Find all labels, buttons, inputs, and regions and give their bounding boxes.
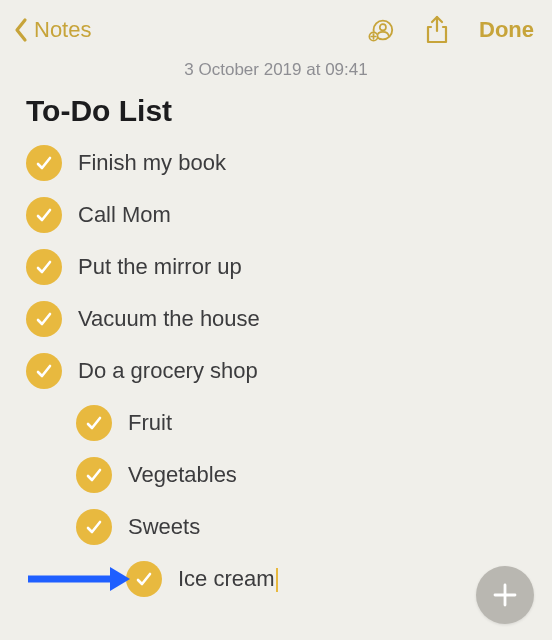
navbar: Notes Done [0, 0, 552, 52]
checkbox[interactable] [76, 405, 112, 441]
svg-point-1 [380, 24, 386, 30]
checkmark-icon [84, 517, 104, 537]
checklist-item[interactable]: Vegetables [76, 454, 526, 496]
checkmark-icon [84, 465, 104, 485]
item-text[interactable]: Put the mirror up [78, 253, 242, 282]
checkmark-icon [84, 413, 104, 433]
checkbox[interactable] [26, 301, 62, 337]
item-text[interactable]: Vacuum the house [78, 305, 260, 334]
text-cursor [276, 568, 278, 592]
checkmark-icon [34, 257, 54, 277]
item-text[interactable]: Finish my book [78, 149, 226, 178]
checkmark-icon [34, 205, 54, 225]
chevron-left-icon [12, 17, 30, 43]
item-text[interactable]: Do a grocery shop [78, 357, 258, 386]
item-text[interactable]: Call Mom [78, 201, 171, 230]
timestamp: 3 October 2019 at 09:41 [0, 60, 552, 80]
checkmark-icon [34, 309, 54, 329]
checklist-item[interactable]: Vacuum the house [26, 298, 526, 340]
checklist-item[interactable]: Do a grocery shop [26, 350, 526, 392]
checkbox[interactable] [126, 561, 162, 597]
checklist-item[interactable]: Call Mom [26, 194, 526, 236]
checkmark-icon [34, 153, 54, 173]
item-text[interactable]: Vegetables [128, 461, 237, 490]
checklist-item[interactable]: Ice cream [126, 558, 526, 600]
share-button[interactable] [423, 16, 451, 44]
back-label: Notes [34, 17, 91, 43]
new-note-button[interactable] [476, 566, 534, 624]
collaborate-button[interactable] [367, 16, 395, 44]
checklist-item[interactable]: Finish my book [26, 142, 526, 184]
checkbox[interactable] [76, 457, 112, 493]
nav-actions: Done [367, 16, 534, 44]
checkbox[interactable] [26, 145, 62, 181]
checkmark-icon [134, 569, 154, 589]
back-button[interactable]: Notes [12, 17, 91, 43]
person-add-icon [367, 16, 395, 44]
checklist-item[interactable]: Put the mirror up [26, 246, 526, 288]
checkbox[interactable] [26, 353, 62, 389]
share-icon [423, 15, 451, 45]
checkbox[interactable] [26, 249, 62, 285]
checkbox[interactable] [26, 197, 62, 233]
item-text[interactable]: Sweets [128, 513, 200, 542]
item-text[interactable]: Ice cream [178, 565, 278, 594]
checkmark-icon [34, 361, 54, 381]
note-title[interactable]: To-Do List [0, 94, 552, 128]
checklist-item[interactable]: Sweets [76, 506, 526, 548]
checklist-item[interactable]: Fruit [76, 402, 526, 444]
checklist[interactable]: Finish my book Call Mom Put the mirror u… [0, 142, 552, 600]
item-text[interactable]: Fruit [128, 409, 172, 438]
done-button[interactable]: Done [479, 17, 534, 43]
checkbox[interactable] [76, 509, 112, 545]
plus-icon [492, 582, 518, 608]
